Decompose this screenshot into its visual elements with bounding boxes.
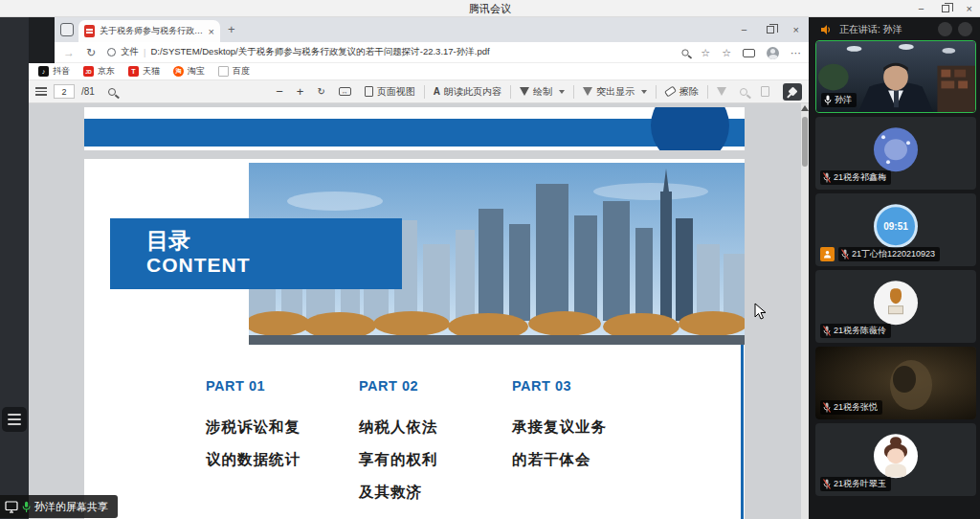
pdf-viewport[interactable]: 目录 CONTENT PART 01 涉税诉讼和复 议的数据统计 PART 02… — [29, 103, 809, 519]
favorite-star-icon[interactable]: ☆ — [701, 48, 710, 58]
more-menu-icon[interactable]: ⋯ — [791, 48, 801, 58]
browser-window: 关于税务师参与税务行政复议... × + − × ← → ↻ 文件 | D:/S… — [29, 17, 809, 519]
restore-icon[interactable] — [942, 5, 949, 12]
sidebar-header-icons — [938, 22, 972, 36]
meeting-window-controls: − × — [918, 0, 972, 17]
page-number-input[interactable]: 2 — [54, 84, 75, 99]
toc-title-en: CONTENT — [146, 253, 402, 278]
pin-toolbar-button[interactable] — [783, 83, 802, 101]
zoom-out-icon[interactable]: − — [276, 84, 283, 99]
browser-essentials-icon[interactable] — [743, 49, 755, 57]
bookmark-jd[interactable]: JD 京东 — [83, 65, 115, 78]
avatar — [873, 280, 919, 326]
participant-tile-3[interactable]: 09:51 21丁心怡1220210923 — [815, 193, 976, 266]
expand-icon[interactable] — [958, 22, 972, 36]
part-03-section: PART 03 承接复议业务 的若干体会 — [512, 378, 665, 476]
browser-minimize-icon[interactable]: − — [741, 25, 746, 35]
page-view-icon — [365, 86, 373, 97]
participants-sidebar: 正在讲话: 孙洋 — [809, 17, 980, 519]
participant-tile-5[interactable]: 21税务张悦 — [815, 347, 976, 419]
tab-close-icon[interactable]: × — [209, 26, 214, 37]
highlight-caret-icon[interactable] — [641, 90, 647, 94]
erase-button[interactable]: 擦除 — [665, 85, 699, 99]
save-icon-disabled — [740, 88, 747, 96]
browser-addressbar: ← → ↻ 文件 | D:/SYSTEM/Desktop/关于税务师参与税务行政… — [29, 42, 809, 63]
trophy-avatar — [874, 281, 918, 325]
girl-avatar — [874, 434, 918, 478]
browser-window-controls: − × — [741, 17, 799, 42]
pdf-scrollbar-thumb[interactable] — [802, 117, 808, 167]
part-02-section: PART 02 纳税人依法 享有的权利 及其救济 — [359, 378, 512, 508]
collections-star-icon[interactable]: ☆ — [722, 48, 731, 58]
mic-muted-icon — [841, 249, 849, 260]
mic-muted-icon — [823, 402, 831, 413]
pdf-scrollbar[interactable] — [801, 103, 809, 519]
participant-name-pill: 21税务祁鑫梅 — [820, 170, 891, 185]
toc-banner: 目录 CONTENT — [110, 218, 402, 289]
refresh-icon[interactable]: ↻ — [86, 46, 96, 59]
pdf-page-2: 目录 CONTENT PART 01 涉税诉讼和复 议的数据统计 PART 02… — [84, 159, 745, 519]
new-tab-button[interactable]: + — [228, 22, 235, 36]
toc-title-cn: 目录 — [146, 228, 402, 253]
scrollbar-up-icon[interactable] — [801, 105, 809, 111]
hand-raised-badge — [820, 247, 835, 261]
person-icon — [823, 250, 832, 259]
close-icon[interactable]: × — [967, 4, 972, 14]
browser-close-icon[interactable]: × — [793, 25, 799, 35]
avatar — [873, 433, 919, 479]
avatar: 09:51 — [873, 203, 919, 249]
browser-dark-corner — [29, 17, 55, 63]
page-total: /81 — [81, 86, 95, 97]
zoom-in-icon[interactable]: + — [297, 84, 304, 99]
participant-tile-2[interactable]: 21税务祁鑫梅 — [815, 117, 976, 190]
layout-icon[interactable] — [938, 22, 952, 36]
toc-icon[interactable] — [35, 87, 47, 96]
tab-actions-icon[interactable] — [60, 23, 74, 36]
douyin-icon: ♪ — [38, 66, 49, 77]
forward-icon[interactable]: → — [63, 46, 75, 59]
bookmark-douyin[interactable]: ♪ 抖音 — [38, 65, 70, 78]
pdf-search-icon[interactable] — [108, 88, 116, 96]
draw-button[interactable]: 绘制 — [520, 85, 565, 99]
url-path: D:/SYSTEM/Desktop/关于税务师参与税务行政复议的若干问题探讨-2… — [150, 46, 489, 58]
browser-tab-active[interactable]: 关于税务师参与税务行政复议... × — [78, 20, 220, 42]
browser-restore-icon[interactable] — [767, 26, 774, 34]
participant-name-pill: 21丁心怡1220210923 — [838, 247, 940, 261]
jd-icon: JD — [83, 66, 94, 77]
mic-muted-icon — [823, 326, 831, 336]
page-view-button[interactable]: 页面视图 — [365, 85, 415, 99]
pdf-page-1-fragment — [84, 107, 745, 150]
page-icon — [218, 66, 229, 77]
list-toggle-button[interactable] — [2, 407, 27, 432]
meeting-window-title: 腾讯会议 — [0, 2, 980, 16]
tab-title: 关于税务师参与税务行政复议... — [100, 25, 204, 37]
tmall-icon: T — [128, 66, 139, 77]
screen-share-label: 孙洋的屏幕共享 — [34, 500, 108, 514]
participant-name-pill: 21税务张悦 — [820, 400, 882, 415]
bookmark-baidu[interactable]: 百度 — [218, 65, 250, 78]
participant-tile-6[interactable]: 21税务叶翠玉 — [815, 423, 976, 496]
clock-avatar: 09:51 — [874, 204, 918, 248]
search-icon[interactable] — [682, 49, 689, 56]
monitor-icon — [5, 501, 18, 513]
screen-share-badge: 孙洋的屏幕共享 — [0, 495, 118, 518]
url-field[interactable]: 文件 | D:/SYSTEM/Desktop/关于税务师参与税务行政复议的若干问… — [107, 45, 490, 60]
draw-pen-icon — [520, 87, 529, 96]
avatar — [873, 126, 919, 172]
fit-to-width-icon[interactable]: ↔ — [339, 87, 351, 96]
bookmark-tmall[interactable]: T 天猫 — [128, 65, 160, 78]
highlight-button[interactable]: 突出显示 — [583, 85, 647, 99]
part-03-label: PART 03 — [512, 378, 665, 394]
bookmark-taobao[interactable]: 淘 淘宝 — [173, 65, 205, 78]
profile-avatar[interactable] — [767, 47, 779, 59]
sidebar-header: 正在讲话: 孙洋 — [809, 19, 980, 40]
slide1-blue-circle — [651, 107, 729, 150]
minimize-icon[interactable]: − — [918, 4, 924, 14]
participant-tile-sunyang[interactable]: 孙洋 — [815, 40, 976, 113]
rotate-icon[interactable]: ↻ — [317, 86, 324, 97]
slide-right-accent-line — [741, 345, 744, 519]
participant-name-pill: 孙洋 — [821, 93, 857, 107]
draw-caret-icon[interactable] — [559, 90, 565, 94]
participant-tile-4[interactable]: 21税务陈薇伶 — [815, 270, 976, 343]
read-aloud-button[interactable]: A 朗读此页内容 — [434, 85, 501, 99]
